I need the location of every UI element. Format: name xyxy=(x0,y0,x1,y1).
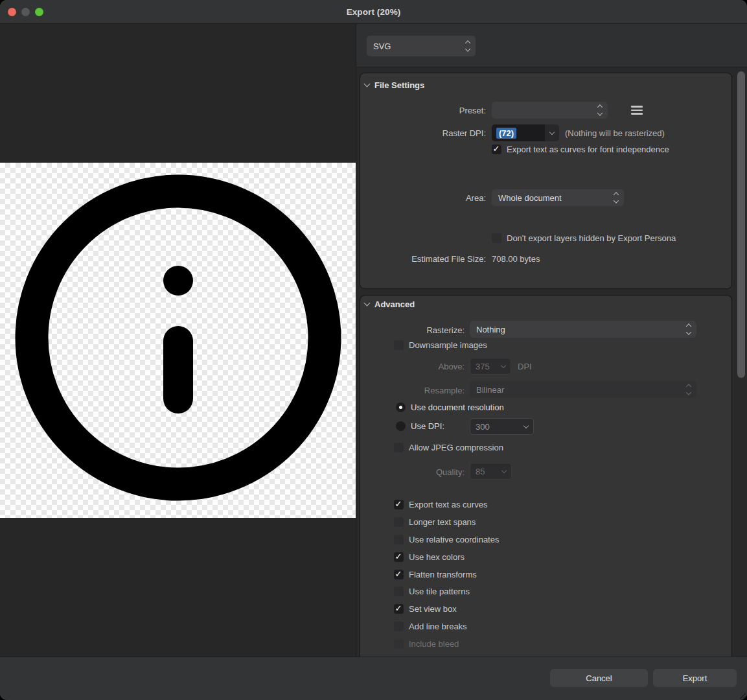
file-settings-header[interactable]: File Settings xyxy=(365,80,424,90)
section-title: File Settings xyxy=(374,80,424,90)
option-use-tile-patterns: Use tile patterns xyxy=(394,587,470,596)
option-set-view-box: Set view box xyxy=(394,604,457,614)
quality-value: 85 xyxy=(470,463,497,479)
area-select[interactable]: Whole document xyxy=(492,189,624,206)
option-export-text-as-curves: Export text as curves xyxy=(394,500,487,509)
export-dialog: Export (20%) SVG File Settings xyxy=(0,0,747,700)
option-checkbox[interactable] xyxy=(394,535,404,544)
format-strip: SVG xyxy=(356,24,747,67)
option-checkbox[interactable] xyxy=(394,587,404,596)
use-dpi-radio[interactable] xyxy=(396,421,406,431)
info-icon-preview xyxy=(0,163,356,518)
option-add-line-breaks: Add line breaks xyxy=(394,622,467,631)
export-text-curves-font-label: Export text as curves for font independe… xyxy=(507,145,669,154)
resample-value: Bilinear xyxy=(476,385,504,395)
dialog-footer: Cancel Export xyxy=(0,657,747,700)
raster-dpi-label: Raster DPI: xyxy=(376,128,486,138)
downsample-label: Downsample images xyxy=(409,340,487,350)
section-title: Advanced xyxy=(374,299,415,309)
option-label: Use tile patterns xyxy=(409,587,470,596)
downsample-checkbox[interactable] xyxy=(394,340,404,350)
option-longer-text-spans: Longer text spans xyxy=(394,517,476,527)
resample-label: Resample: xyxy=(356,386,465,395)
option-checkbox xyxy=(394,639,404,649)
export-preview-pane[interactable] xyxy=(0,24,356,657)
use-doc-resolution-row: Use document resolution xyxy=(396,402,504,412)
file-settings-section: File Settings Preset: Raster DPI: (72) xyxy=(360,73,732,289)
quality-select: 85 xyxy=(470,463,512,480)
option-checkbox[interactable] xyxy=(394,500,404,509)
file-format-select[interactable]: SVG xyxy=(367,36,476,56)
export-text-curves-font-checkbox[interactable] xyxy=(492,145,501,154)
option-checkbox[interactable] xyxy=(394,517,404,527)
option-checkbox[interactable] xyxy=(394,622,404,631)
scrollbar-thumb[interactable] xyxy=(737,71,745,378)
collapse-chevron-icon xyxy=(364,81,371,88)
preset-menu-button[interactable] xyxy=(631,106,643,115)
window-title: Export (20%) xyxy=(0,0,747,24)
downsample-row: Downsample images xyxy=(394,340,487,350)
raster-dpi-selected-text: (72) xyxy=(496,128,516,139)
collapse-chevron-icon xyxy=(364,300,371,307)
area-value: Whole document xyxy=(498,193,562,203)
above-label: Above: xyxy=(356,362,465,371)
dont-export-hidden-label: Don't export layers hidden by Export Per… xyxy=(507,233,676,243)
option-label: Set view box xyxy=(409,604,457,614)
option-checkbox[interactable] xyxy=(394,604,404,614)
option-label: Longer text spans xyxy=(409,517,476,527)
chevron-updown-icon xyxy=(466,41,470,51)
area-label: Area: xyxy=(376,193,486,203)
option-label: Export text as curves xyxy=(409,500,487,509)
above-dpi-select: 375 xyxy=(470,358,511,375)
chevron-updown-icon xyxy=(598,106,602,115)
rasterize-label: Rasterize: xyxy=(356,325,465,335)
settings-scroll-area[interactable]: File Settings Preset: Raster DPI: (72) xyxy=(356,67,747,657)
resize-grip[interactable] xyxy=(738,691,746,699)
option-checkbox[interactable] xyxy=(394,570,404,579)
option-use-relative-coordinates: Use relative coordinates xyxy=(394,535,499,544)
export-button[interactable]: Export xyxy=(653,669,737,687)
use-dpi-row: Use DPI: xyxy=(396,421,444,431)
file-format-value: SVG xyxy=(373,41,391,51)
rasterize-select[interactable]: Nothing xyxy=(470,321,696,338)
above-dpi-suffix: DPI xyxy=(518,362,532,371)
option-label: Include bleed xyxy=(409,639,459,649)
raster-dpi-dropdown-button[interactable] xyxy=(544,124,559,141)
dont-export-hidden-row: Don't export layers hidden by Export Per… xyxy=(492,233,676,243)
above-dpi-value: 375 xyxy=(470,358,496,374)
raster-dpi-input[interactable]: (72) xyxy=(492,124,544,141)
estimated-size-value: 708.00 bytes xyxy=(492,254,540,264)
cancel-button[interactable]: Cancel xyxy=(550,669,648,687)
estimated-size-label: Estimated File Size: xyxy=(376,254,486,264)
option-label: Add line breaks xyxy=(409,622,467,631)
use-dpi-value: 300 xyxy=(470,419,519,434)
raster-dpi-field: (72) xyxy=(492,124,559,141)
allow-jpeg-row: Allow JPEG compression xyxy=(394,443,503,452)
raster-dpi-note: (Nothing will be rasterized) xyxy=(565,128,665,138)
use-doc-resolution-radio[interactable] xyxy=(396,402,406,412)
transparency-checkerboard xyxy=(0,163,356,518)
use-dpi-select[interactable]: 300 xyxy=(470,418,534,435)
above-row: 375 DPI xyxy=(470,358,532,375)
rasterize-value: Nothing xyxy=(476,325,505,334)
preset-label: Preset: xyxy=(376,106,486,115)
dont-export-hidden-checkbox[interactable] xyxy=(492,233,501,243)
option-checkbox[interactable] xyxy=(394,552,404,562)
option-label: Use relative coordinates xyxy=(409,535,499,544)
export-text-curves-font-row: Export text as curves for font independe… xyxy=(492,145,669,154)
option-use-hex-colors: Use hex colors xyxy=(394,552,465,562)
advanced-header[interactable]: Advanced xyxy=(365,299,415,309)
chevron-updown-icon xyxy=(687,385,691,395)
option-flatten-transforms: Flatten transforms xyxy=(394,570,477,579)
export-settings-pane: SVG File Settings Preset: Raster D xyxy=(356,24,747,657)
use-dpi-label: Use DPI: xyxy=(411,421,444,431)
chevron-down-icon xyxy=(496,358,511,374)
chevron-down-icon xyxy=(519,419,533,434)
quality-label: Quality: xyxy=(356,467,465,477)
use-doc-resolution-label: Use document resolution xyxy=(411,402,504,412)
option-label: Use hex colors xyxy=(409,552,465,562)
preset-select[interactable] xyxy=(492,102,608,119)
title-bar: Export (20%) xyxy=(0,0,747,24)
allow-jpeg-checkbox[interactable] xyxy=(394,443,404,452)
advanced-section: Advanced Rasterize: Nothing Downsample i… xyxy=(360,295,732,657)
